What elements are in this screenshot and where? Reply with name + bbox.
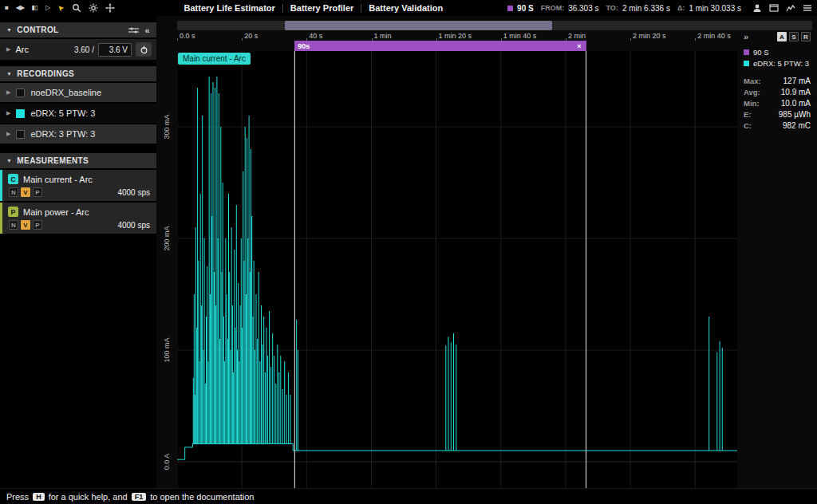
- cursor-tool-icon[interactable]: ➤: [56, 2, 66, 13]
- status-text: for a quick help, and: [49, 492, 128, 502]
- recording-row-edrx3[interactable]: ▶ eDRX: 3 PTW: 3: [0, 124, 156, 144]
- x-tick-label: 0.0 s: [180, 32, 195, 40]
- series-tooltip: Main current - Arc: [178, 53, 251, 65]
- sidebar: ▼ CONTROL « ▶ Arc 3.60 /: [0, 16, 156, 488]
- stat-mode-r-button[interactable]: R: [801, 32, 811, 41]
- toggle-v[interactable]: V: [21, 220, 30, 230]
- play-icon[interactable]: ▷: [45, 5, 50, 11]
- stat-min: Min:10.0 mA: [744, 98, 811, 108]
- analytics-chart-icon[interactable]: [786, 3, 795, 13]
- delta-value: 1 min 30.033 s: [689, 4, 741, 13]
- plot-area[interactable]: Main current - Arc: [177, 51, 737, 488]
- pan-tool-icon[interactable]: [105, 3, 115, 13]
- sliders-icon[interactable]: [128, 26, 139, 34]
- close-selection-icon[interactable]: ×: [577, 42, 586, 50]
- tab-battery-validation[interactable]: Battery Validation: [361, 3, 450, 13]
- toggle-p[interactable]: P: [33, 187, 42, 197]
- toggle-n[interactable]: N: [9, 187, 18, 197]
- gear-icon[interactable]: [89, 3, 98, 13]
- legend-label: eDRX: 5 PTW: 3: [753, 59, 809, 68]
- chart-region: 0.0 s20 s40 s1 min1 min 20 s1 min 40 s2 …: [156, 16, 817, 488]
- x-tick-label: 2 min: [568, 32, 586, 40]
- window-icon[interactable]: [769, 3, 779, 13]
- y-tick-label: 200 mA: [163, 226, 171, 250]
- x-tick-label: 2 min 40 s: [697, 32, 731, 40]
- selection-row: 90s ×: [156, 41, 737, 51]
- voltage-set-label: 3.60 /: [74, 45, 94, 54]
- voltage-input[interactable]: [98, 43, 132, 57]
- recordings-section-header[interactable]: ▼ RECORDINGS: [0, 66, 156, 81]
- timeline-overview-scrubber[interactable]: [177, 21, 812, 30]
- log-list-icon[interactable]: [803, 3, 812, 13]
- y-axis-labels: 300 mA200 mA100 mA0.0 A: [156, 16, 177, 488]
- stop-icon[interactable]: ■: [5, 5, 9, 11]
- collapse-icon: ▼: [6, 71, 12, 77]
- toggle-v[interactable]: V: [21, 187, 30, 197]
- toggle-n[interactable]: N: [9, 220, 18, 230]
- measurement-main-power[interactable]: P Main power - Arc N V P 4000 sps: [0, 203, 156, 234]
- measurement-label: Main current - Arc: [23, 175, 93, 184]
- measurement-main-current[interactable]: C Main current - Arc N V P 4000 sps: [0, 170, 156, 201]
- selection-band[interactable]: 90s ×: [294, 41, 586, 51]
- sample-rate: 4000 sps: [117, 221, 150, 230]
- recording-row-edrx5[interactable]: ▶ eDRX: 5 PTW: 3: [0, 104, 156, 123]
- timeline-view-window[interactable]: [285, 21, 551, 30]
- expand-horizontal-icon[interactable]: ◀▶: [16, 5, 24, 11]
- stat-energy: E:985 µWh: [744, 109, 811, 120]
- expand-icon[interactable]: ▶: [6, 89, 10, 96]
- toolbar: ■ ◀▶ ▮▯ ▷ ➤ Battery Life Estimator Batte…: [0, 0, 817, 16]
- measurements-section-header[interactable]: ▼ MEASUREMENTS: [0, 153, 156, 168]
- y-tick-label: 100 mA: [163, 337, 171, 362]
- stat-mode-s-button[interactable]: S: [789, 32, 799, 41]
- selection-band-label: 90s: [294, 42, 310, 50]
- recording-checkbox[interactable]: [16, 130, 25, 139]
- toolbar-right-icons: [752, 3, 812, 13]
- key-f1: F1: [132, 493, 147, 501]
- layout-columns-icon[interactable]: ▮▯: [31, 5, 38, 11]
- account-icon[interactable]: [752, 3, 762, 13]
- power-button[interactable]: [136, 42, 152, 57]
- zoom-tool-icon[interactable]: [72, 3, 81, 13]
- tab-battery-life-estimator[interactable]: Battery Life Estimator: [177, 3, 282, 13]
- tab-battery-profiler[interactable]: Battery Profiler: [283, 3, 361, 13]
- toggle-p[interactable]: P: [33, 220, 42, 230]
- expand-icon[interactable]: ▶: [6, 131, 10, 137]
- device-name: Arc: [15, 45, 29, 54]
- recording-label: eDRX: 5 PTW: 3: [30, 108, 95, 118]
- current-channel-icon: C: [8, 174, 18, 184]
- y-tick-label: 0.0 A: [163, 454, 171, 471]
- toolbar-left-icons: ■ ◀▶ ▮▯ ▷ ➤: [5, 3, 115, 13]
- selection-color-swatch: [507, 6, 513, 11]
- recordings-title: RECORDINGS: [17, 69, 74, 78]
- expand-icon[interactable]: ▶: [6, 46, 10, 53]
- stats-panel: » A S R 90 S eDRX: 5 PTW: 3: [737, 29, 817, 488]
- status-text: Press: [6, 492, 29, 502]
- control-title: CONTROL: [17, 26, 58, 34]
- status-text: to open the documentation: [150, 492, 254, 502]
- recording-row-noedrx-baseline[interactable]: ▶ noeDRX_baseline: [0, 83, 156, 102]
- expand-icon[interactable]: ▶: [6, 110, 10, 116]
- sample-rate: 4000 sps: [117, 188, 150, 197]
- control-section-header[interactable]: ▼ CONTROL «: [0, 22, 156, 37]
- from-value: 36.303 s: [568, 4, 598, 13]
- stat-avg: Avg:10.9 mA: [744, 87, 811, 97]
- waveform-plot[interactable]: [177, 51, 737, 488]
- selection-name: 90 S: [517, 4, 534, 13]
- stat-charge: C:982 mC: [744, 120, 811, 131]
- to-label: TO:: [606, 4, 618, 12]
- time-axis: 0.0 s20 s40 s1 min1 min 20 s1 min 40 s2 …: [177, 30, 737, 41]
- legend-swatch: [744, 49, 749, 55]
- recording-checkbox[interactable]: [16, 109, 25, 118]
- collapse-sidebar-icon[interactable]: «: [144, 26, 150, 35]
- legend-recording[interactable]: eDRX: 5 PTW: 3: [744, 59, 811, 68]
- recording-checkbox[interactable]: [16, 89, 25, 97]
- device-row-arc[interactable]: ▶ Arc 3.60 /: [0, 39, 156, 60]
- expand-panel-icon[interactable]: »: [744, 32, 748, 41]
- legend-selection[interactable]: 90 S: [744, 48, 811, 57]
- measurement-label: Main power - Arc: [23, 207, 89, 217]
- x-tick-label: 20 s: [244, 32, 258, 40]
- app-root: ■ ◀▶ ▮▯ ▷ ➤ Battery Life Estimator Batte…: [0, 0, 817, 504]
- y-tick-label: 300 mA: [163, 114, 171, 139]
- stat-mode-a-button[interactable]: A: [777, 32, 787, 41]
- x-tick-label: 1 min 40 s: [503, 32, 537, 40]
